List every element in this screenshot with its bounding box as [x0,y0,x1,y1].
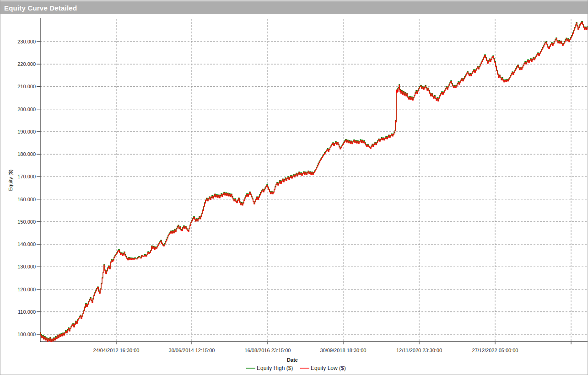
y-tick-label: 100.000 [17,332,36,337]
y-tick-label: 200.000 [17,107,36,112]
x-tick-label: 12/11/2020 23:30:00 [396,348,442,353]
equity-low-line [40,22,588,342]
chart-legend: Equity High ($) Equity Low ($) [246,365,346,371]
y-tick-label: 170.000 [17,174,36,179]
y-tick-label: 120.000 [17,287,36,292]
legend-label-equity-low: Equity Low ($) [311,365,346,371]
legend-label-equity-high: Equity High ($) [257,365,293,371]
y-tick-label: 130.000 [17,264,36,269]
y-tick-label: 230.000 [17,39,36,44]
x-tick-label: 30/06/2014 12:15:00 [169,348,215,353]
y-tick-label: 110.000 [18,309,36,315]
y-axis-title: Equity ($) [8,169,13,191]
y-tick-label: 220.000 [17,61,36,67]
x-tick-label: 30/09/2018 18:30:00 [320,348,367,353]
equity-curve-window: Equity Curve Detailed 100.000110.000120.… [0,0,588,375]
x-tick-label: 27/12/2022 05:00:00 [472,348,518,353]
y-tick-label: 160.000 [17,197,36,202]
x-axis-title: Date [287,357,298,363]
window-title: Equity Curve Detailed [4,4,77,12]
gridlines [40,19,588,342]
series-lines [40,21,588,342]
y-tick-label: 180.000 [17,151,36,157]
y-tick-label: 190.000 [17,129,36,134]
x-tick-label: 16/08/2016 23:15:00 [245,348,291,353]
axis-lines [37,18,588,344]
y-tick-label: 210.000 [17,84,36,89]
x-tick-label: 24/04/2012 16:30:00 [93,348,140,353]
equity-high-line [40,21,588,341]
y-tick-label: 150.000 [17,219,36,225]
equity-curve-chart[interactable]: 100.000110.000120.000130.000140.000150.0… [0,14,588,374]
chart-area: 100.000110.000120.000130.000140.000150.0… [0,14,588,374]
y-tick-label: 140.000 [17,241,36,247]
window-titlebar[interactable]: Equity Curve Detailed [0,0,588,14]
